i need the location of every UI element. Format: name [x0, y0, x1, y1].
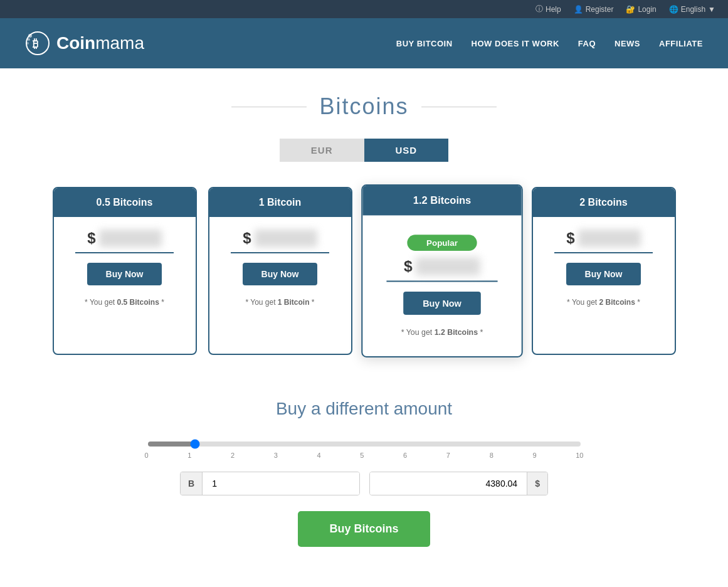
buy-now-2-button[interactable]: Buy Now — [566, 263, 641, 285]
price-underline-1.2 — [386, 280, 498, 282]
card-2-title: 2 Bitcoins — [533, 188, 675, 217]
btc-prefix: B — [181, 472, 203, 495]
currency-toggle: EUR USD — [13, 139, 715, 162]
help-link[interactable]: ⓘ Help — [535, 4, 561, 14]
nav-faq[interactable]: FAQ — [578, 36, 596, 51]
nav-how-it-works[interactable]: HOW DOES IT WORK — [472, 36, 559, 51]
card-2-body: $ Buy Now * You get 2 Bitcoins * — [533, 217, 675, 325]
usd-button[interactable]: USD — [364, 139, 449, 162]
title-divider: Bitcoins — [13, 93, 715, 120]
card-1.2-footer: * You get 1.2 Bitcoins * — [372, 324, 511, 343]
logo-text-mama: mama — [95, 33, 144, 53]
buy-now-1.2-button[interactable]: Buy Now — [403, 292, 480, 315]
price-symbol-1: $ — [243, 230, 251, 247]
login-link[interactable]: 🔐 Login — [626, 5, 656, 14]
price-symbol-1.2: $ — [404, 257, 413, 275]
language-selector[interactable]: 🌐 English ▼ — [669, 5, 715, 14]
card-2-btc: 2 Bitcoins $ Buy Now * You get 2 Bitcoin… — [532, 187, 676, 355]
divider-left — [231, 107, 307, 107]
card-0.5-footer: * You get 0.5 Bitcoins * — [63, 295, 186, 313]
price-blurred-1 — [255, 230, 317, 247]
usd-suffix: $ — [527, 472, 547, 495]
different-amount-title: Buy a different amount — [13, 399, 715, 419]
price-underline-2 — [554, 252, 653, 253]
card-1-footer: * You get 1 Bitcoin * — [219, 295, 342, 313]
custom-amount-inputs: B $ — [13, 472, 715, 495]
price-symbol-0.5: $ — [87, 230, 95, 247]
page-title: Bitcoins — [319, 93, 408, 120]
card-1.2-btc: 1.2 Bitcoins Popular $ Buy Now * You get… — [361, 184, 523, 357]
top-bar: ⓘ Help 👤 Register 🔐 Login 🌐 English ▼ — [0, 0, 728, 18]
card-0.5-btc: 0.5 Bitcoins $ Buy Now * You get 0.5 Bit… — [53, 187, 197, 355]
price-blurred-2 — [578, 230, 641, 247]
price-underline-1 — [231, 252, 329, 253]
chevron-down-icon: ▼ — [708, 5, 715, 14]
btc-input[interactable] — [203, 472, 359, 495]
different-amount-section: Buy a different amount 0 1 2 3 4 5 6 7 8… — [13, 386, 715, 559]
popular-badge: Popular — [407, 235, 477, 251]
card-1.2-body: Popular $ Buy Now * You get 1.2 Bitcoins… — [362, 215, 521, 356]
main-nav: BUY BITCOIN HOW DOES IT WORK FAQ NEWS AF… — [396, 36, 703, 51]
login-icon: 🔐 — [626, 5, 635, 14]
nav-buy-bitcoin[interactable]: BUY BITCOIN — [396, 36, 453, 51]
card-1-title: 1 Bitcoin — [209, 188, 351, 217]
logo[interactable]: ₿ Coinmama — [25, 31, 144, 56]
svg-point-3 — [28, 38, 30, 41]
header: ₿ Coinmama BUY BITCOIN HOW DOES IT WORK … — [0, 18, 728, 68]
svg-text:₿: ₿ — [33, 38, 38, 50]
price-blurred-1.2 — [415, 257, 480, 275]
card-2-footer: * You get 2 Bitcoins * — [542, 295, 665, 313]
price-symbol-2: $ — [566, 230, 574, 247]
price-underline-0.5 — [75, 252, 174, 253]
logo-icon: ₿ — [25, 31, 50, 56]
logo-text-coin: Coin — [56, 33, 95, 53]
main-content: Bitcoins EUR USD 0.5 Bitcoins $ Buy Now … — [0, 68, 728, 587]
card-0.5-title: 0.5 Bitcoins — [54, 188, 196, 217]
card-0.5-body: $ Buy Now * You get 0.5 Bitcoins * — [54, 217, 196, 325]
amount-slider[interactable] — [148, 442, 581, 447]
card-1-body: $ Buy Now * You get 1 Bitcoin * — [209, 217, 351, 325]
nav-affiliate[interactable]: AFFILIATE — [659, 36, 703, 51]
card-1-price: $ — [219, 230, 342, 247]
page-title-section: Bitcoins — [13, 93, 715, 120]
price-blurred-0.5 — [99, 230, 162, 247]
card-2-price: $ — [542, 230, 665, 247]
divider-right — [421, 107, 497, 107]
card-1.2-title: 1.2 Bitcoins — [362, 186, 521, 215]
buy-bitcoins-button[interactable]: Buy Bitcoins — [298, 511, 430, 547]
slider-section: 0 1 2 3 4 5 6 7 8 9 10 — [145, 438, 584, 459]
buy-now-0.5-button[interactable]: Buy Now — [87, 263, 162, 285]
card-0.5-price: $ — [63, 230, 186, 247]
btc-input-group: B — [180, 472, 360, 495]
svg-point-2 — [28, 34, 32, 38]
register-link[interactable]: 👤 Register — [574, 5, 614, 14]
cards-section: 0.5 Bitcoins $ Buy Now * You get 0.5 Bit… — [13, 187, 715, 355]
card-1.2-price: $ — [372, 257, 511, 275]
user-icon: 👤 — [574, 5, 583, 14]
globe-icon: 🌐 — [669, 5, 678, 14]
usd-input-group: $ — [369, 472, 548, 495]
usd-input[interactable] — [370, 472, 527, 495]
help-icon: ⓘ — [535, 4, 543, 14]
slider-labels: 0 1 2 3 4 5 6 7 8 9 10 — [145, 452, 584, 459]
svg-point-4 — [26, 42, 29, 45]
eur-button[interactable]: EUR — [280, 139, 364, 162]
buy-now-1-button[interactable]: Buy Now — [243, 263, 318, 285]
nav-news[interactable]: NEWS — [615, 36, 640, 51]
card-1-btc: 1 Bitcoin $ Buy Now * You get 1 Bitcoin … — [208, 187, 352, 355]
